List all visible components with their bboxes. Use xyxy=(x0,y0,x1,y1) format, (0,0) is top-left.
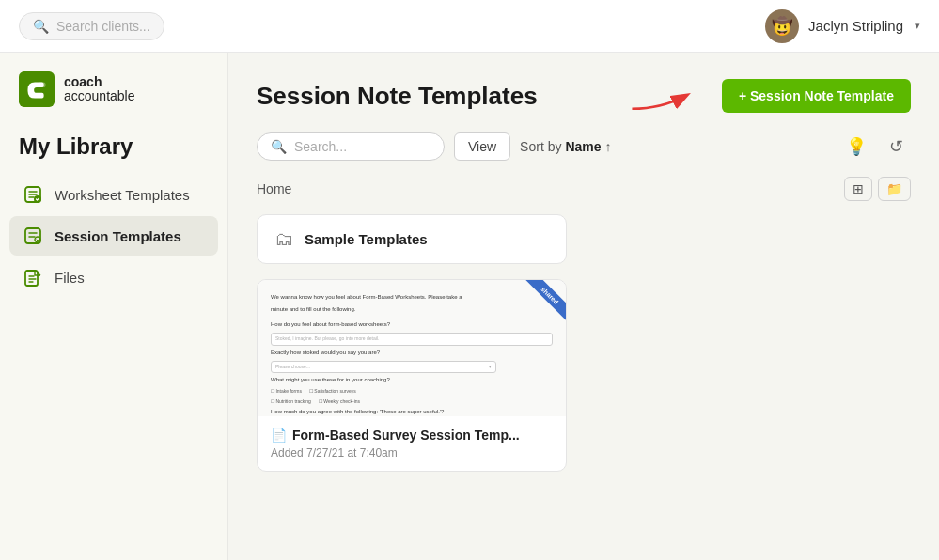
shared-badge: shared xyxy=(523,280,566,323)
page-title: Session Note Templates xyxy=(257,82,538,111)
brand-name-accountable: accountable xyxy=(64,89,135,103)
search-clients-box[interactable]: 🔍 Search clients... xyxy=(19,12,164,40)
template-info: 📄 Form-Based Survey Session Temp... Adde… xyxy=(258,416,566,471)
main-content: Session Note Templates + Session Note Te… xyxy=(228,53,939,560)
sidebar: coach accountable My Library Worksheet T… xyxy=(0,53,228,560)
brand-logo-icon xyxy=(19,71,55,107)
template-card[interactable]: We wanna know how you feel about Form-Ba… xyxy=(257,279,567,472)
folder-icon: 🗂 xyxy=(274,228,293,250)
grid-view-button[interactable]: ⊞ xyxy=(844,177,872,201)
files-icon xyxy=(23,267,43,288)
sort-control[interactable]: Sort by Name ↑ xyxy=(520,139,612,154)
shared-badge-container: shared xyxy=(509,280,566,336)
session-templates-icon xyxy=(23,226,43,246)
main-header: Session Note Templates + Session Note Te… xyxy=(257,79,911,113)
sort-field: Name xyxy=(565,139,601,154)
search-clients-placeholder: Search clients... xyxy=(56,19,150,34)
toolbar: 🔍 Search... View Sort by Name ↑ 💡 ↺ xyxy=(257,132,911,162)
preview-checkboxes-2: ☐ Nutrition tracking ☐ Weekly check-ins xyxy=(271,398,553,406)
brand-name: coach accountable xyxy=(64,75,135,104)
sidebar-logo: coach accountable xyxy=(0,53,227,117)
svg-rect-1 xyxy=(39,82,46,87)
breadcrumb-icons: ⊞ 📁 xyxy=(844,177,911,201)
sidebar-item-session-templates-label: Session Templates xyxy=(55,228,181,244)
sidebar-item-session-templates[interactable]: Session Templates xyxy=(9,216,218,256)
breadcrumb: Home xyxy=(257,181,291,196)
folder-name: Sample Templates xyxy=(305,231,428,247)
svg-rect-0 xyxy=(19,71,55,107)
toolbar-icons: 💡 ↺ xyxy=(841,132,911,162)
preview-line-4: Exactly how stoked would you say you are… xyxy=(271,349,553,357)
preview-cb-1: ☐ Intake forms xyxy=(271,388,302,396)
template-preview: We wanna know how you feel about Form-Ba… xyxy=(258,280,566,416)
sidebar-item-worksheet-templates-label: Worksheet Templates xyxy=(55,187,190,203)
lightbulb-icon-button[interactable]: 💡 xyxy=(841,132,871,162)
svg-rect-4 xyxy=(25,228,40,243)
search-box[interactable]: 🔍 Search... xyxy=(257,132,445,161)
sidebar-item-files[interactable]: Files xyxy=(9,257,218,297)
sidebar-item-files-label: Files xyxy=(55,270,85,286)
preview-cb-3: ☐ Nutrition tracking xyxy=(271,398,311,406)
template-date: Added 7/27/21 at 7:40am xyxy=(271,446,553,459)
svg-rect-6 xyxy=(25,271,38,286)
folder-card[interactable]: 🗂 Sample Templates xyxy=(257,214,567,264)
preview-line-6: How much do you agree with the following… xyxy=(271,408,553,416)
add-folder-button[interactable]: 📁 xyxy=(878,177,911,201)
user-name: Jaclyn Stripling xyxy=(808,18,903,34)
search-placeholder: Search... xyxy=(294,139,347,154)
layout: coach accountable My Library Worksheet T… xyxy=(0,53,939,560)
search-clients-icon: 🔍 xyxy=(33,19,49,34)
red-arrow-annotation xyxy=(628,77,703,115)
my-library-title: My Library xyxy=(0,117,227,167)
chevron-down-icon[interactable]: ▾ xyxy=(915,20,920,32)
sort-prefix: Sort by xyxy=(520,139,561,154)
preview-line-5: What might you use these for in your coa… xyxy=(271,376,553,384)
search-icon: 🔍 xyxy=(271,139,287,154)
user-avatar: 🤠 xyxy=(765,9,799,43)
sidebar-item-worksheet-templates[interactable]: Worksheet Templates xyxy=(9,175,218,214)
refresh-icon-button[interactable]: ↺ xyxy=(881,132,911,162)
view-button[interactable]: View xyxy=(454,132,510,161)
doc-icon: 📄 xyxy=(271,428,287,443)
sort-direction-icon: ↑ xyxy=(605,139,612,154)
template-name-text: Form-Based Survey Session Temp... xyxy=(292,428,520,443)
topbar-right: 🤠 Jaclyn Stripling ▾ xyxy=(765,9,920,43)
topbar-left: 🔍 Search clients... xyxy=(19,12,164,40)
sidebar-nav: Worksheet Templates Session Templates xyxy=(0,167,227,304)
preview-select-1: Please choose...▾ xyxy=(271,361,496,374)
preview-cb-4: ☐ Weekly check-ins xyxy=(319,398,360,406)
topbar: 🔍 Search clients... 🤠 Jaclyn Stripling ▾ xyxy=(0,0,939,53)
add-template-container: + Session Note Template xyxy=(722,79,911,113)
add-session-note-template-button[interactable]: + Session Note Template xyxy=(722,79,911,113)
worksheet-icon xyxy=(23,184,43,205)
brand-name-coach: coach xyxy=(64,75,135,89)
preview-cb-2: ☐ Satisfaction surveys xyxy=(309,388,356,396)
breadcrumb-row: Home ⊞ 📁 xyxy=(257,177,911,201)
template-name: 📄 Form-Based Survey Session Temp... xyxy=(271,428,553,443)
preview-checkboxes: ☐ Intake forms ☐ Satisfaction surveys xyxy=(271,388,553,396)
